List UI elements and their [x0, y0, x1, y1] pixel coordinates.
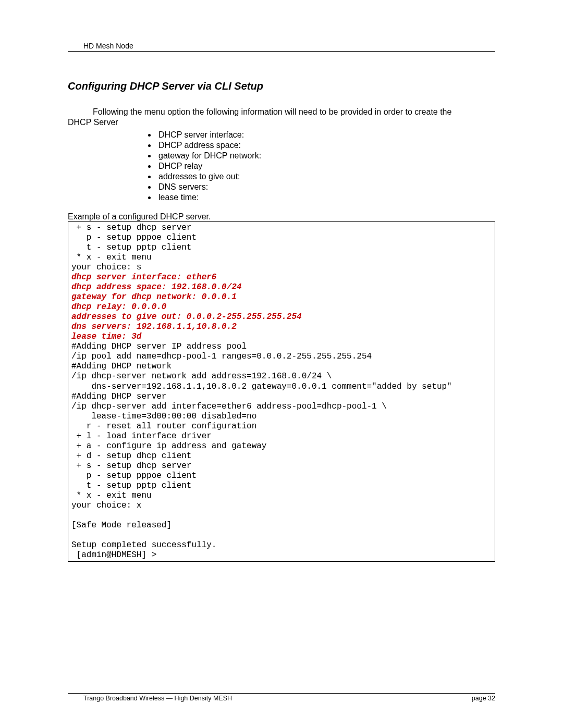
code-line: + a - configure ip address and gateway: [71, 441, 266, 451]
intro-paragraph: Following the menu option the following …: [68, 107, 495, 128]
list-item: DHCP relay: [156, 161, 495, 171]
code-line: + l - load interface driver: [71, 431, 212, 441]
code-line: your choice: s: [71, 263, 141, 272]
code-line: t - setup pptp client: [71, 481, 191, 490]
list-item: DHCP server interface:: [156, 130, 495, 140]
cli-output-box: + s - setup dhcp server p - setup pppoe …: [68, 221, 495, 562]
code-highlight: gateway for dhcp network: 0.0.0.1: [71, 292, 237, 302]
code-line: t - setup pptp client: [71, 243, 191, 252]
code-line: /ip dhcp-server add interface=ether6 add…: [71, 402, 387, 411]
code-highlight: dns servers: 192.168.1.1,10.8.0.2: [71, 322, 237, 331]
footer-left-text: Trango Broadband Wireless — High Density…: [83, 695, 232, 702]
code-line: /ip pool add name=dhcp-pool-1 ranges=0.0…: [71, 352, 372, 361]
page-header: HD Mesh Node: [68, 42, 495, 52]
code-line: + d - setup dhcp client: [71, 451, 191, 461]
code-highlight: addresses to give out: 0.0.0.2-255.255.2…: [71, 312, 302, 322]
code-line: + s - setup dhcp server: [71, 461, 191, 471]
example-caption: Example of a configured DHCP server.: [68, 212, 495, 221]
code-line: p - setup pppoe client: [71, 471, 197, 480]
list-item: DNS servers:: [156, 182, 495, 192]
code-line: #Adding DHCP network: [71, 362, 172, 371]
list-item: addresses to give out:: [156, 171, 495, 182]
code-line: r - reset all router configuration: [71, 422, 256, 431]
list-item: lease time:: [156, 192, 495, 203]
code-highlight: lease time: 3d: [71, 332, 141, 341]
intro-line-1: Following the menu option the following …: [93, 107, 451, 116]
code-line: #Adding DHCP server: [71, 392, 166, 401]
code-highlight: dhcp address space: 192.168.0.0/24: [71, 282, 241, 292]
code-line: /ip dhcp-server network add address=192.…: [71, 372, 332, 381]
list-item: DHCP address space:: [156, 140, 495, 151]
header-title: HD Mesh Node: [68, 42, 495, 50]
page-footer: Trango Broadband Wireless — High Density…: [68, 693, 495, 702]
list-item: gateway for DHCP network:: [156, 151, 495, 161]
footer-page-number: page 32: [472, 695, 495, 702]
code-line: [admin@HDMESH] >: [71, 550, 156, 560]
code-line: lease-time=3d00:00:00 disabled=no: [71, 412, 256, 421]
section-heading: Configuring DHCP Server via CLI Setup: [68, 80, 495, 92]
requirements-list: DHCP server interface: DHCP address spac…: [68, 130, 495, 203]
code-line: your choice: x: [71, 501, 141, 510]
code-highlight: dhcp relay: 0.0.0.0: [71, 302, 166, 312]
document-page: HD Mesh Node Configuring DHCP Server via…: [0, 0, 563, 728]
intro-line-2: DHCP Server: [68, 118, 118, 127]
code-line: + s - setup dhcp server: [71, 223, 191, 232]
code-line: p - setup pppoe client: [71, 233, 197, 242]
code-line: dns-server=192.168.1.1,10.8.0.2 gateway=…: [71, 382, 452, 391]
code-line: #Adding DHCP server IP address pool: [71, 342, 247, 351]
code-line: * x - exit menu: [71, 253, 152, 262]
code-line: [Safe Mode released]: [71, 521, 172, 530]
code-line: * x - exit menu: [71, 491, 152, 500]
code-highlight: dhcp server interface: ether6: [71, 273, 216, 282]
code-line: Setup completed successfully.: [71, 540, 216, 550]
